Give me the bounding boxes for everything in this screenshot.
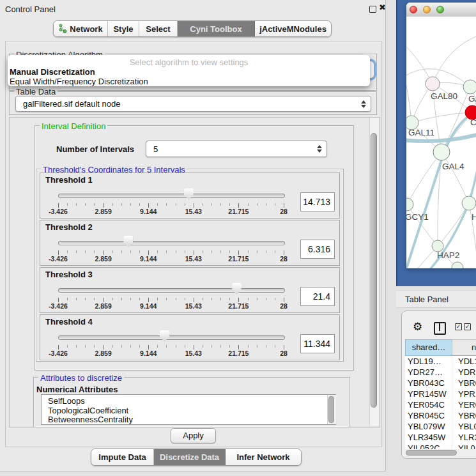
column-header-shared[interactable]: shared… xyxy=(405,339,452,356)
bottom-tab-bar: Impute DataDiscretize DataInfer Network xyxy=(91,449,302,466)
cell-name: YER0 xyxy=(452,399,476,410)
minimize-traffic-light-icon[interactable] xyxy=(423,6,431,13)
attribute-item-selfloops[interactable]: SelfLoops xyxy=(42,397,335,406)
cell-shared-name: YLR345W xyxy=(405,432,452,443)
network-node[interactable] xyxy=(406,198,413,211)
attributes-group-title: Attributes to discretize xyxy=(38,373,124,383)
main-scrollbar-thumb[interactable] xyxy=(371,133,377,408)
tab-label: Discretize Data xyxy=(160,452,219,462)
slider-handle[interactable] xyxy=(160,330,169,342)
tab-network[interactable]: Network xyxy=(54,21,108,36)
table-row[interactable]: YER054CYER0 xyxy=(405,399,476,410)
tab-label: Cyni Toolbox xyxy=(190,24,242,34)
slider-track[interactable] xyxy=(58,241,285,245)
network-view[interactable]: GAL80GACGAL11GAL4GCY1HHAP2 xyxy=(406,17,476,268)
table-body: YDL19…YDL1YDR27…YDR2YBR043CYBR0YPR145WYP… xyxy=(405,356,476,449)
threshold-label: Threshold 4 xyxy=(45,317,93,326)
cell-shared-name: YIL052C xyxy=(405,443,452,449)
table-data-group-title: Table Data xyxy=(14,87,58,96)
tab-discretize-data[interactable]: Discretize Data xyxy=(154,449,226,465)
network-node-label: GCY1 xyxy=(406,212,429,222)
slider-handle[interactable] xyxy=(184,188,194,200)
screen: Control Panel ✖ NetworkStyleSelectCyni T… xyxy=(0,0,476,476)
network-node[interactable] xyxy=(426,77,440,91)
cell-name: YBR0 xyxy=(452,410,476,421)
table-row[interactable]: YBL079WYBL0 xyxy=(405,421,476,432)
columns-icon[interactable] xyxy=(434,322,446,335)
table-hscrollbar-thumb[interactable] xyxy=(406,450,457,456)
tab-label: jActiveMNodules xyxy=(259,24,326,34)
cell-shared-name: YBR043C xyxy=(405,378,452,388)
thresholds-list: Threshold 1 -3.4262.8599.14415.4321.7152… xyxy=(40,173,339,362)
window-title: Control Panel xyxy=(5,4,56,14)
table-row[interactable]: YBR043CYBR0 xyxy=(405,378,476,388)
cell-name: YPR1 xyxy=(452,388,476,399)
cell-name: YBL0 xyxy=(452,421,476,432)
close-traffic-light-icon[interactable] xyxy=(410,6,417,13)
tab-infer-network[interactable]: Infer Network xyxy=(226,449,301,465)
dropdown-placeholder: Select algorithm to view settings xyxy=(8,58,370,67)
table-row[interactable]: YBR045CYBR0 xyxy=(405,410,476,421)
network-edge xyxy=(438,203,469,246)
cell-name: YBR0 xyxy=(452,378,476,388)
table-row[interactable]: YLR345WYLR3 xyxy=(405,432,476,443)
cell-name: YDR2 xyxy=(452,367,476,378)
dropdown-item-manual-discretization[interactable]: Manual Discretization xyxy=(10,67,95,77)
threshold-value-input[interactable]: 11.344 xyxy=(300,334,335,353)
float-icon[interactable] xyxy=(369,6,376,13)
num-intervals-combo[interactable]: 5 xyxy=(146,141,327,157)
stepper-icon xyxy=(316,145,322,153)
slider-track[interactable] xyxy=(58,288,285,293)
network-node[interactable] xyxy=(452,262,463,268)
attributes-list[interactable]: SelfLoopsTopologicalCoefficientBetweenne… xyxy=(41,394,336,425)
dropdown-item-equal-width-frequency[interactable]: Equal Width/Frequency Discretization xyxy=(10,77,148,86)
top-tab-bar: NetworkStyleSelectCyni ToolboxjActiveMNo… xyxy=(53,20,332,37)
checkbox-icon[interactable]: ✓ xyxy=(464,323,471,330)
network-tab-icon xyxy=(58,23,67,35)
table-data-combo[interactable]: galFiltered.sif default node xyxy=(15,96,371,112)
cell-shared-name: YDR27… xyxy=(405,367,452,378)
slider-track[interactable] xyxy=(58,335,285,340)
network-edge xyxy=(441,152,469,203)
threshold-value-input[interactable]: 21.4 xyxy=(300,287,335,306)
slider-handle[interactable] xyxy=(232,283,242,295)
table-row[interactable]: YDL19…YDL1 xyxy=(405,356,476,367)
column-header-name[interactable]: na xyxy=(452,339,476,356)
threshold-value-input[interactable]: 14.713 xyxy=(300,192,335,211)
network-node[interactable] xyxy=(433,144,450,160)
slider-handle[interactable] xyxy=(123,236,133,247)
slider-track[interactable] xyxy=(58,194,285,198)
close-icon[interactable]: ✖ xyxy=(379,3,386,12)
tab-impute-data[interactable]: Impute Data xyxy=(91,449,154,465)
interval-group-title: Interval Definition xyxy=(40,121,107,131)
checkbox-icon[interactable]: ✓ xyxy=(455,323,462,330)
algorithm-dropdown-popup: Select algorithm to view settings Manual… xyxy=(8,55,370,86)
tab-select[interactable]: Select xyxy=(139,21,178,36)
table-row[interactable]: YIL052CYIL0 xyxy=(405,443,476,449)
attributes-scrollbar-thumb[interactable] xyxy=(328,396,334,423)
table-data-combo-value: galFiltered.sif default node xyxy=(16,99,360,109)
tab-label: Impute Data xyxy=(98,452,146,462)
num-intervals-value: 5 xyxy=(146,144,316,154)
attribute-item-topologicalcoefficient[interactable]: TopologicalCoefficient xyxy=(42,406,335,416)
network-node-label: H xyxy=(472,212,476,222)
cell-shared-name: YBL079W xyxy=(405,421,452,432)
tab-jactivemnodules[interactable]: jActiveMNodules xyxy=(255,21,331,36)
network-node-label: GAL4 xyxy=(442,162,464,171)
network-node[interactable] xyxy=(462,196,476,210)
tab-cyni-toolbox[interactable]: Cyni Toolbox xyxy=(178,21,255,36)
table-row[interactable]: YPR145WYPR1 xyxy=(405,388,476,399)
gear-icon[interactable]: ⚙ xyxy=(413,320,422,334)
table-row[interactable]: YDR27…YDR2 xyxy=(405,367,476,378)
tab-label: Style xyxy=(113,24,133,34)
tab-label: Infer Network xyxy=(236,452,289,462)
attribute-item-betweennesscentrality[interactable]: BetweennessCentrality xyxy=(42,415,335,425)
network-node-label: GA xyxy=(468,94,476,104)
slider-tick-labels: -3.4262.8599.14415.4321.71528 xyxy=(40,208,339,215)
network-node[interactable] xyxy=(463,80,476,94)
zoom-traffic-light-icon[interactable] xyxy=(436,6,444,13)
tab-style[interactable]: Style xyxy=(108,21,139,36)
slider-tick-labels: -3.4262.8599.14415.4321.71528 xyxy=(40,255,339,263)
apply-button[interactable]: Apply xyxy=(171,428,216,443)
threshold-value-input[interactable]: 6.316 xyxy=(300,240,335,259)
